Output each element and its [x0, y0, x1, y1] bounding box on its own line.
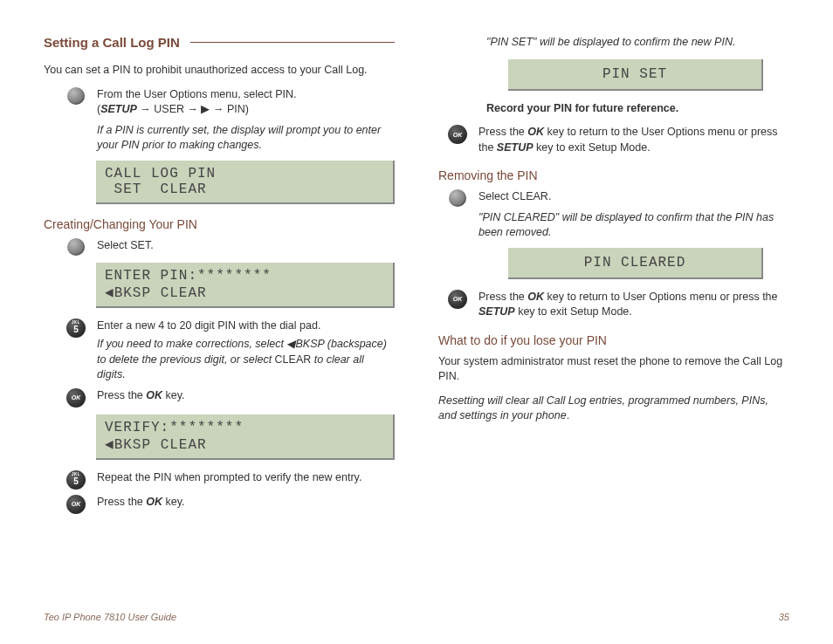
- o2c: key to return to User Options menu or pr…: [544, 291, 777, 303]
- heading-rule: [190, 42, 395, 43]
- lose-pin-text: Your system administrator must reset the…: [438, 354, 789, 385]
- step-text: From the User Options menu, select PIN. …: [97, 87, 395, 154]
- lcd2-line1: ENTER PIN:********: [105, 268, 272, 284]
- lcd-pin-set: PIN SET: [508, 59, 763, 91]
- ok-label: OK: [66, 495, 86, 514]
- step-enter-digits: JKL5 Enter a new 4 to 20 digit PIN with …: [65, 319, 395, 383]
- lcd1-line1: CALL LOG PIN: [105, 166, 216, 182]
- softkey-icon: [65, 238, 86, 256]
- clear-text: Select CLEAR.: [478, 190, 551, 202]
- record-dot: .: [676, 102, 678, 114]
- step-select-set: Select SET.: [65, 238, 395, 256]
- step3-text: Enter a new 4 to 20 digit PIN with the d…: [97, 319, 395, 383]
- pin-set-note: "PIN SET" will be displayed to confirm t…: [486, 35, 789, 51]
- heading-text: Setting a Call Log PIN: [44, 35, 180, 50]
- s6c: key.: [162, 496, 184, 508]
- key-digit: 5: [73, 477, 79, 486]
- step-repeat-pin: JKL5 Repeat the PIN when prompted to ver…: [65, 470, 395, 490]
- s6a: Press the: [97, 496, 146, 508]
- o1b: OK: [527, 126, 544, 138]
- step6-text: Press the OK key.: [97, 495, 395, 510]
- o1d: SETUP: [497, 141, 534, 154]
- step-press-ok-2: OK Press the OK key.: [65, 495, 395, 514]
- softkey-icon: [447, 189, 468, 207]
- o1e: key to exit Setup Mode.: [534, 141, 651, 154]
- step-open-pin: From the User Options menu, select PIN. …: [65, 87, 395, 154]
- footer-title: Teo IP Phone 7810 User Guide: [44, 612, 176, 622]
- step-ok-return-1: OK Press the OK key to return to the Use…: [447, 125, 789, 155]
- step3-note: If you need to make corrections, select …: [97, 337, 395, 383]
- lcd2-line2: ◀BKSP CLEAR: [105, 285, 207, 301]
- ok-label: OK: [448, 125, 467, 144]
- ok-key-icon: OK: [65, 388, 86, 408]
- reset-b: .: [567, 409, 569, 421]
- subheading-creating: Creating/Changing Your PIN: [44, 217, 395, 231]
- left-column: Setting a Call Log PIN You can set a PIN…: [44, 35, 395, 519]
- path-setup: SETUP: [100, 103, 137, 115]
- key-5-icon: JKL5: [65, 319, 86, 338]
- subheading-removing: Removing the PIN: [438, 168, 789, 182]
- step1-line1: From the User Options menu, select PIN.: [97, 88, 297, 100]
- ok-label: OK: [66, 388, 86, 408]
- subheading-lose-pin: What to do if you lose your PIN: [438, 333, 789, 347]
- o1a: Press the: [478, 126, 527, 138]
- o2b: OK: [527, 291, 544, 303]
- reset-a: Resetting will clear all Call Log entrie…: [438, 394, 768, 422]
- o2a: Press the: [478, 291, 527, 303]
- key-5-icon: JKL5: [65, 470, 86, 490]
- key-digit: 5: [73, 325, 79, 334]
- ok-key-icon: OK: [447, 290, 468, 309]
- footer-page: 35: [779, 612, 789, 622]
- lcd-pin-cleared: PIN CLEARED: [508, 248, 763, 279]
- s6b: OK: [146, 496, 162, 508]
- step-press-ok-1: OK Press the OK key.: [65, 388, 395, 408]
- lcd3-line1: VERIFY:********: [105, 420, 244, 435]
- lcd-enter-pin: ENTER PIN:******** ◀BKSP CLEAR: [96, 263, 395, 308]
- page-footer: Teo IP Phone 7810 User Guide 35: [44, 612, 789, 622]
- clear-body: Select CLEAR. "PIN CLEARED" will be disp…: [478, 189, 789, 241]
- section-heading: Setting a Call Log PIN: [44, 35, 395, 50]
- step3-main: Enter a new 4 to 20 digit PIN with the d…: [97, 319, 320, 332]
- step-select-clear: Select CLEAR. "PIN CLEARED" will be disp…: [447, 189, 789, 241]
- path-rest: → USER → ▶ → PIN): [137, 103, 249, 115]
- intro-text: You can set a PIN to prohibit unauthoriz…: [44, 63, 395, 79]
- s4a: Press the: [97, 389, 146, 401]
- o2d: SETUP: [478, 305, 515, 318]
- reset-warning: Resetting will clear all Call Log entrie…: [438, 394, 789, 424]
- o2e: key to exit Setup Mode.: [515, 305, 632, 318]
- n3b: BKSP: [295, 338, 324, 350]
- step4-text: Press the OK key.: [97, 388, 395, 404]
- step-ok-return-2: OK Press the OK key to return to User Op…: [447, 290, 789, 320]
- ok-label: OK: [448, 290, 467, 309]
- ok1-text: Press the OK key to return to the User O…: [478, 125, 789, 155]
- lcd-verify: VERIFY:******** ◀BKSP CLEAR: [96, 414, 395, 460]
- step2-text: Select SET.: [97, 238, 395, 254]
- s4b: OK: [146, 389, 162, 401]
- ok-key-icon: OK: [447, 125, 468, 144]
- lcd-call-log-pin: CALL LOG PIN SET CLEAR: [96, 161, 395, 204]
- right-column: "PIN SET" will be displayed to confirm t…: [438, 35, 789, 519]
- softkey-icon: [65, 87, 86, 105]
- lcd3-line2: ◀BKSP CLEAR: [105, 437, 207, 453]
- n3a: If you need to make corrections, select …: [97, 338, 295, 350]
- step5-text: Repeat the PIN when prompted to verify t…: [97, 470, 395, 486]
- record-bold: Record your PIN for future reference: [486, 102, 676, 114]
- record-pin: Record your PIN for future reference.: [486, 101, 789, 117]
- cleared-note: "PIN CLEARED" will be displayed to confi…: [478, 210, 789, 241]
- lcd1-line2: SET CLEAR: [105, 182, 207, 197]
- n3d: CLEAR: [275, 353, 312, 366]
- step1-note: If a PIN is currently set, the display w…: [97, 123, 395, 154]
- ok2-text: Press the OK key to return to User Optio…: [478, 290, 789, 320]
- ok-key-icon: OK: [65, 495, 86, 514]
- s4c: key.: [162, 389, 184, 401]
